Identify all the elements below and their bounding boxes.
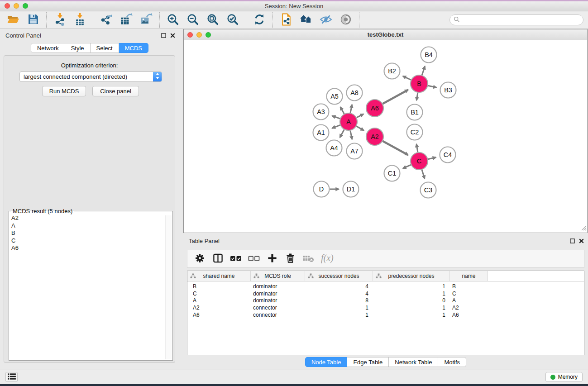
- table-row[interactable]: Bdominator41B: [187, 283, 584, 290]
- import-table-button[interactable]: [72, 12, 88, 28]
- import-network-button[interactable]: [52, 12, 68, 28]
- table-row[interactable]: Adominator80A: [187, 297, 584, 305]
- network-canvas[interactable]: B4B2BB3A8A5A6B1A3AC2A1A2A4A7C4CC1C3DD1: [184, 40, 587, 233]
- mcds-result-box: MCDS result (5 nodes) A2ABCA6: [9, 208, 173, 361]
- node-B4[interactable]: B4: [421, 47, 437, 63]
- node-C3[interactable]: C3: [421, 182, 436, 198]
- tab-network[interactable]: Network: [31, 43, 65, 53]
- node-A4[interactable]: A4: [326, 140, 342, 156]
- close-panel-button[interactable]: Close panel: [92, 86, 139, 96]
- table-row[interactable]: A2connector11A2: [187, 304, 584, 311]
- column-header-name[interactable]: name: [450, 271, 488, 281]
- node-D1[interactable]: D1: [343, 181, 359, 197]
- result-item[interactable]: A: [11, 222, 172, 230]
- export-image-button[interactable]: [138, 12, 154, 28]
- edge-A-A8[interactable]: [350, 105, 352, 113]
- tab-style[interactable]: Style: [65, 43, 91, 53]
- node-A7[interactable]: A7: [347, 143, 363, 159]
- tab-node-table[interactable]: Node Table: [305, 357, 348, 367]
- result-item[interactable]: B: [11, 229, 172, 237]
- table-row[interactable]: A6connector11A6: [187, 311, 584, 319]
- delete-columns-button[interactable]: [284, 252, 296, 266]
- save-session-button[interactable]: [25, 12, 41, 28]
- node-A8[interactable]: A8: [347, 85, 363, 101]
- edge-B-B3[interactable]: [428, 86, 437, 87]
- node-A1[interactable]: A1: [313, 125, 329, 141]
- table-row[interactable]: Cdominator41C: [187, 290, 584, 297]
- node-A3[interactable]: A3: [313, 104, 329, 120]
- node-A6[interactable]: A6: [366, 100, 383, 117]
- edge-A-A1[interactable]: [332, 125, 340, 128]
- memory-button[interactable]: Memory: [545, 372, 583, 382]
- zoom-selected-button[interactable]: [225, 12, 241, 28]
- edge-A-A6[interactable]: [357, 114, 363, 118]
- node-B2[interactable]: B2: [384, 63, 400, 79]
- edge-B-B2[interactable]: [403, 76, 411, 80]
- criterion-select[interactable]: largest connected component (directed): [19, 71, 162, 82]
- float-panel-icon[interactable]: [161, 33, 166, 38]
- table-close-panel-icon[interactable]: [579, 238, 584, 243]
- task-history-button[interactable]: [5, 372, 18, 382]
- zoom-out-button[interactable]: [185, 12, 201, 28]
- edge-C-C3[interactable]: [422, 170, 425, 179]
- node-A2[interactable]: A2: [366, 128, 383, 145]
- node-A5[interactable]: A5: [327, 89, 343, 105]
- edge-A6-B[interactable]: [383, 90, 408, 104]
- close-panel-icon[interactable]: [170, 33, 175, 38]
- show-all-button[interactable]: [338, 12, 354, 28]
- first-neighbors-button[interactable]: [298, 12, 314, 28]
- node-C4[interactable]: C4: [440, 147, 456, 163]
- edge-C-C2[interactable]: [416, 144, 418, 152]
- edge-A-A4[interactable]: [340, 130, 344, 138]
- edge-A-A7[interactable]: [350, 131, 352, 139]
- column-header-successor-nodes[interactable]: successor nodes: [305, 271, 373, 281]
- table-settings-gear-button[interactable]: [194, 252, 206, 266]
- result-item[interactable]: C: [11, 237, 172, 245]
- result-item[interactable]: A6: [11, 244, 172, 252]
- node-C[interactable]: C: [411, 152, 428, 170]
- edge-C-C4[interactable]: [428, 157, 436, 159]
- tab-network-table[interactable]: Network Table: [389, 357, 438, 367]
- edge-C-C1[interactable]: [403, 165, 411, 168]
- zoom-in-button[interactable]: [165, 12, 181, 28]
- edge-A-A2[interactable]: [356, 126, 363, 130]
- column-header-shared-name[interactable]: shared name: [187, 271, 251, 281]
- table-float-panel-icon[interactable]: [570, 238, 575, 243]
- node-C1[interactable]: C1: [384, 166, 400, 181]
- node-D[interactable]: D: [314, 181, 330, 197]
- export-table-button[interactable]: [118, 12, 134, 28]
- deselect-all-rows-button[interactable]: [248, 252, 260, 266]
- clone-network-button[interactable]: [278, 12, 294, 28]
- node-A[interactable]: A: [340, 113, 357, 130]
- resize-grip[interactable]: [580, 224, 587, 232]
- edge-A2-C[interactable]: [383, 141, 408, 155]
- edge-A-A5[interactable]: [340, 107, 344, 114]
- result-scrollbar[interactable]: [165, 215, 172, 359]
- result-item[interactable]: A2: [11, 214, 172, 222]
- zoom-fit-button[interactable]: [205, 12, 221, 28]
- tab-select[interactable]: Select: [91, 43, 119, 53]
- toggle-panel-columns-button[interactable]: [212, 252, 224, 266]
- svg-text:C4: C4: [444, 151, 452, 158]
- create-column-button[interactable]: [266, 252, 278, 266]
- tab-mcds[interactable]: MCDS: [119, 43, 148, 53]
- tab-edge-table[interactable]: Edge Table: [347, 357, 389, 367]
- tab-motifs[interactable]: Motifs: [438, 357, 466, 367]
- open-session-button[interactable]: [5, 12, 21, 28]
- column-header-predecessor-nodes[interactable]: predecessor nodes: [373, 271, 450, 281]
- edge-B-B1[interactable]: [416, 93, 418, 100]
- column-header-MCDS-role[interactable]: MCDS role: [251, 271, 305, 281]
- search-field[interactable]: [449, 14, 583, 25]
- edge-B-B4[interactable]: [422, 66, 425, 75]
- node-B1[interactable]: B1: [407, 105, 423, 120]
- select-all-rows-button[interactable]: [230, 252, 242, 266]
- node-B[interactable]: B: [411, 75, 428, 92]
- edge-A-A3[interactable]: [332, 116, 340, 119]
- hide-selected-button[interactable]: [318, 12, 334, 28]
- run-mcds-button[interactable]: Run MCDS: [42, 86, 86, 96]
- node-C2[interactable]: C2: [407, 124, 423, 140]
- export-network-button[interactable]: [98, 12, 115, 28]
- node-B3[interactable]: B3: [440, 82, 456, 98]
- refresh-layout-button[interactable]: [251, 12, 268, 28]
- search-input[interactable]: [462, 15, 583, 25]
